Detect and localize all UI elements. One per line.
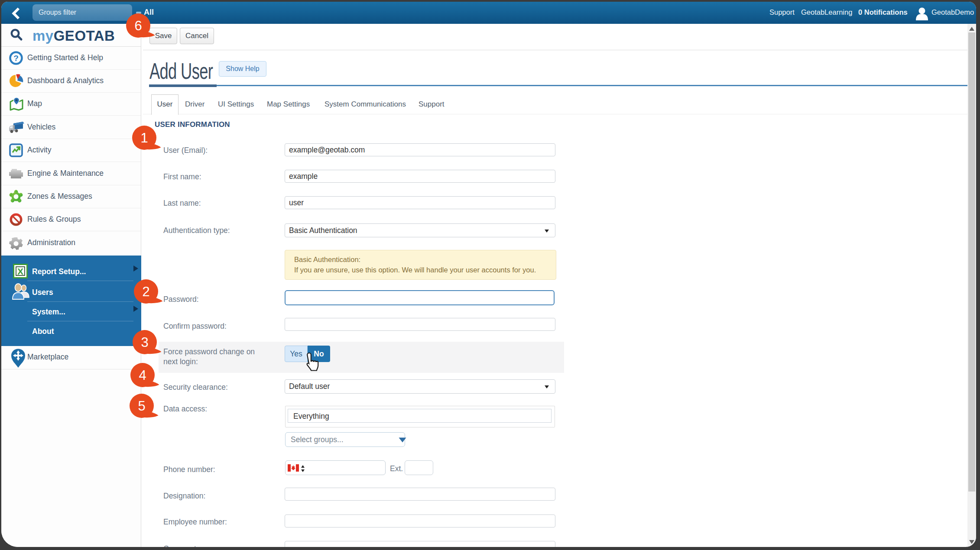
svg-text:2: 2 [142,284,149,299]
svg-text:5: 5 [138,398,145,414]
svg-text:3: 3 [141,335,148,350]
svg-text:1: 1 [140,130,148,146]
svg-text:6: 6 [134,18,142,33]
svg-text:4: 4 [139,368,146,383]
